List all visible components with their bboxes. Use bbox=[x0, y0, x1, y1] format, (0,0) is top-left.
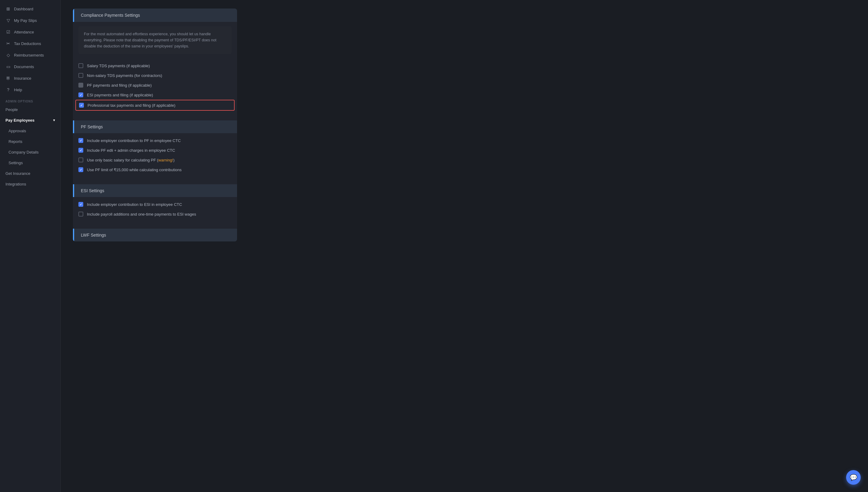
sidebar-item-approvals[interactable]: Approvals bbox=[0, 126, 60, 136]
pf-edli-checkbox[interactable] bbox=[78, 148, 83, 153]
esi-payments-item: ESI payments and filing (if applicable) bbox=[78, 90, 232, 100]
sidebar-item-pay-employees[interactable]: Pay Employees ▾ bbox=[0, 115, 60, 126]
basic-salary-pf-item: Use only basic salary for calculating PF… bbox=[78, 155, 232, 165]
esi-payments-checkbox[interactable] bbox=[78, 93, 83, 97]
esi-settings-header: ESI Settings bbox=[73, 184, 237, 197]
esi-settings-title: ESI Settings bbox=[81, 188, 104, 193]
payroll-esi-item: Include payroll additions and one-time p… bbox=[78, 209, 232, 219]
lwf-settings-header: LWF Settings bbox=[73, 229, 237, 242]
sidebar-item-get-insurance[interactable]: Get Insurance bbox=[0, 168, 60, 179]
esi-checkboxes: Include employer contribution to ESI in … bbox=[73, 197, 237, 223]
admin-section-label: ADMIN OPTIONS bbox=[0, 96, 60, 104]
help-icon: ? bbox=[5, 87, 11, 93]
basic-salary-pf-checkbox[interactable] bbox=[78, 157, 83, 163]
sidebar-item-tax-deductions[interactable]: ✂ Tax Deductions bbox=[0, 38, 60, 49]
chat-icon: 💬 bbox=[850, 474, 858, 481]
salary-tds-checkbox[interactable] bbox=[78, 63, 83, 68]
sidebar-item-reimbursements[interactable]: ◇ Reimbursements bbox=[0, 49, 60, 61]
sidebar-item-settings[interactable]: Settings bbox=[0, 157, 60, 168]
compliance-payments-title: Compliance Payments Settings bbox=[81, 13, 140, 18]
sidebar-item-dashboard[interactable]: ⊞ Dashboard bbox=[0, 3, 60, 15]
tax-deductions-icon: ✂ bbox=[5, 41, 11, 46]
chat-button[interactable]: 💬 bbox=[846, 470, 861, 485]
sidebar-item-pay-slips[interactable]: ▽ My Pay Slips bbox=[0, 15, 60, 26]
documents-icon: ▭ bbox=[5, 64, 11, 69]
pf-limit-item: Use PF limit of ₹15,000 while calculatin… bbox=[78, 165, 232, 175]
pf-settings-title: PF Settings bbox=[81, 124, 103, 129]
non-salary-tds-item: Non-salary TDS payments (for contractors… bbox=[78, 71, 232, 80]
payroll-esi-checkbox[interactable] bbox=[78, 212, 83, 217]
sidebar-item-attendance[interactable]: ☑ Attendance bbox=[0, 26, 60, 38]
pay-slips-icon: ▽ bbox=[5, 18, 11, 23]
pf-payments-item: PF payments and filing (if applicable) bbox=[78, 80, 232, 90]
employer-pf-checkbox[interactable] bbox=[78, 138, 83, 143]
sidebar-item-company-details[interactable]: Company Details bbox=[0, 147, 60, 157]
insurance-icon: ⛨ bbox=[5, 75, 11, 81]
compliance-settings-card: Compliance Payments Settings For the mos… bbox=[73, 8, 237, 242]
sidebar-item-people[interactable]: People bbox=[0, 104, 60, 115]
lwf-settings-title: LWF Settings bbox=[81, 232, 106, 238]
professional-tax-checkbox[interactable] bbox=[79, 103, 84, 108]
employer-esi-checkbox[interactable] bbox=[78, 202, 83, 207]
dashboard-icon: ⊞ bbox=[5, 6, 11, 11]
attendance-icon: ☑ bbox=[5, 29, 11, 35]
pf-payments-checkbox[interactable] bbox=[78, 83, 83, 88]
employer-pf-item: Include employer contribution to PF in e… bbox=[78, 136, 232, 145]
pf-edli-item: Include PF edli + admin charges in emplo… bbox=[78, 145, 232, 155]
sidebar: ⊞ Dashboard ▽ My Pay Slips ☑ Attendance … bbox=[0, 0, 61, 492]
sidebar-item-help[interactable]: ? Help bbox=[0, 84, 60, 96]
pf-limit-checkbox[interactable] bbox=[78, 167, 83, 172]
pf-warning-link[interactable]: warning! bbox=[158, 158, 173, 163]
pf-settings-header: PF Settings bbox=[73, 120, 237, 133]
non-salary-tds-checkbox[interactable] bbox=[78, 73, 83, 78]
compliance-payments-header: Compliance Payments Settings bbox=[73, 8, 237, 22]
professional-tax-item: Professional tax payments and filing (if… bbox=[75, 100, 235, 111]
pf-checkboxes: Include employer contribution to PF in e… bbox=[73, 133, 237, 179]
compliance-checkboxes: Salary TDS payments (if applicable) Non-… bbox=[73, 58, 237, 115]
employer-esi-item: Include employer contribution to ESI in … bbox=[78, 199, 232, 209]
sidebar-item-documents[interactable]: ▭ Documents bbox=[0, 61, 60, 72]
salary-tds-item: Salary TDS payments (if applicable) bbox=[78, 61, 232, 71]
sidebar-item-reports[interactable]: Reports bbox=[0, 136, 60, 147]
reimbursements-icon: ◇ bbox=[5, 52, 11, 58]
compliance-info-box: For the most automated and effortless ex… bbox=[78, 26, 232, 54]
main-content: Compliance Payments Settings For the mos… bbox=[61, 0, 868, 492]
chevron-down-icon: ▾ bbox=[53, 118, 55, 122]
sidebar-item-insurance[interactable]: ⛨ Insurance bbox=[0, 72, 60, 84]
sidebar-item-integrations[interactable]: Integrations bbox=[0, 179, 60, 190]
